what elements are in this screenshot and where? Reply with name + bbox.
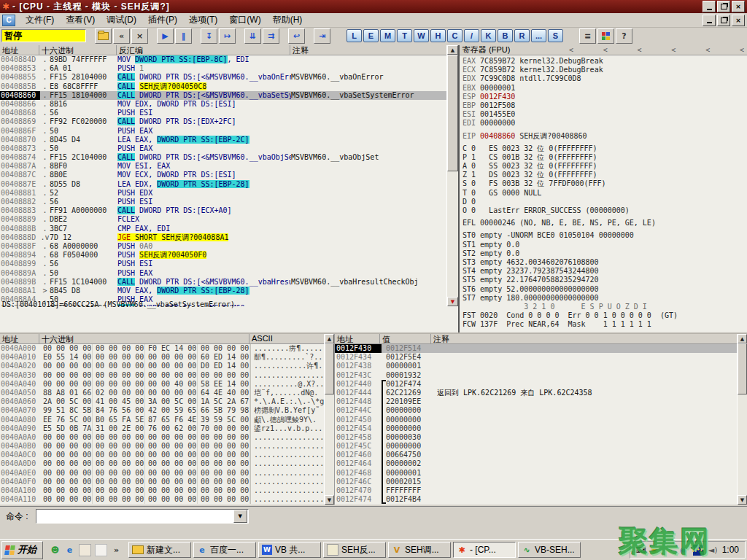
dump-row-0040A030[interactable]: 0040A03000 00 00 0000 00 00 0000 00 00 0… [0,371,324,380]
taskbar-button-1[interactable]: e百度一... [193,542,256,558]
register-line-15[interactable]: S 0 FS 003B 32 位 7FFDF000(FFF) [460,179,747,188]
run-to-user-button[interactable]: ⇥ [314,28,330,44]
disasm-row-00408868[interactable]: 00408868.56PUSH ESI [0,109,446,117]
register-line-3[interactable]: EBX 00000001 [460,84,747,93]
disasm-row-00408869[interactable]: 00408869.FF92 FC020000CALL DWORD PTR DS:… [0,117,446,126]
disasm-row-00408874[interactable]: 00408874.FF15 2C104000CALL DWORD PTR DS:… [0,153,446,162]
register-line-13[interactable]: A 0 SS 0023 32 位 0(FFFFFFFF) [460,162,747,171]
dump-col-ascii[interactable]: ASCII [249,334,334,343]
register-line-7[interactable]: EDI 00000000 [460,119,747,128]
chevron-left-icon[interactable]: < [740,46,744,54]
stack-col-value[interactable]: 值 [380,334,431,343]
disasm-row-0040889A[interactable]: 0040889A.50PUSH EAX [0,269,446,278]
dump-row-0040A080[interactable]: 0040A080EE 76 5C 00B0 65 FA 5E87 65 F6 4… [0,416,324,424]
pause-button[interactable]: ‖ [175,28,192,44]
register-line-22[interactable]: ST0 empty -UNORM BCE0 01050104 00000000 [460,231,747,240]
disasm-row-00408855[interactable]: 00408855.FF15 28104000CALL DWORD PTR DS:… [0,73,446,82]
disassembly-scrollbar[interactable]: ▲ ▼ [446,45,458,306]
register-line-23[interactable]: ST1 empty 0.0 [460,241,747,249]
chevron-left-icon[interactable]: < [569,46,573,54]
stack-row-0012F434[interactable]: 0012F4340012F5E4 [335,353,737,362]
stack-row-0012F454[interactable]: 0012F45400000000 [335,424,737,433]
start-button[interactable]: 开始 [1,541,43,559]
menu-item-0[interactable]: 文件(F) [20,12,60,28]
chevron-more-icon[interactable]: » [111,545,122,556]
register-line-0[interactable]: EAX 7C859B72 kernel32.DebugBreak [460,57,747,66]
register-line-20[interactable]: EFL 00000246 (NO, NB, E, BE, NS, PE, GE,… [460,219,747,228]
disasm-row-00408883[interactable]: 00408883.FF91 A0000000CALL DWORD PTR DS:… [0,206,446,215]
window-button-...[interactable]: ... [531,29,546,42]
window-button-K[interactable]: K [481,29,496,42]
disasm-row-0040887C[interactable]: 0040887C.8B0EMOV ECX, DWORD PTR DS:[ESI] [0,171,446,179]
disasm-row-00408894[interactable]: 00408894.68 F0504000PUSH SEH反调?004050F0 [0,251,446,260]
stack-row-0012F448[interactable]: 0012F448220109EE [335,397,737,406]
mdi-minimize-button[interactable] [703,15,716,26]
window-button-/[interactable]: / [464,29,479,42]
stack-scroll-thumb[interactable] [738,343,747,394]
dump-row-0040A020[interactable]: 0040A02000 00 00 0000 00 00 0000 00 00 0… [0,362,324,370]
close-button[interactable]: × [732,1,745,12]
col-hex[interactable]: 十六进制 [39,45,117,55]
chevron-left-icon[interactable]: < [603,46,608,54]
internet-explorer-icon[interactable]: e [64,545,75,556]
register-line-30[interactable]: 3 2 1 0 E S P U O Z D I [460,303,747,311]
window-button-B[interactable]: B [498,29,513,42]
scroll-down-arrow-icon[interactable]: ▼ [447,297,458,306]
stack-row-0012F464[interactable]: 0012F46400000002 [335,459,737,468]
dump-row-0040A050[interactable]: 0040A05088 A8 01 6602 00 00 0000 00 00 0… [0,389,324,397]
animate-into-button[interactable]: ⇊ [244,28,261,44]
disasm-row-0040886F[interactable]: 0040886F.50PUSH EAX [0,127,446,136]
show-desktop-icon[interactable] [79,544,91,556]
menu-item-3[interactable]: 插件(P) [142,12,183,28]
window-button-S[interactable]: S [548,29,563,42]
window-button-H[interactable]: H [430,29,446,42]
disasm-row-00408873[interactable]: 00408873.50PUSH EAX [0,144,446,153]
taskbar-button-6[interactable]: ∿VB-SEH... [518,542,581,558]
scroll-up-arrow-icon[interactable]: ▲ [447,45,458,55]
register-line-31[interactable]: FST 0020 Cond 0 0 0 0 Err 0 0 1 0 0 0 0 … [460,311,747,320]
register-line-18[interactable]: O 0 LastErr ERROR_SUCCESS (00000000) [460,206,747,215]
taskbar-button-3[interactable]: SEH反... [323,542,386,558]
register-line-4[interactable]: ESP 0012F430 [460,93,747,101]
cpu-window-icon[interactable]: C [2,15,15,26]
disasm-row-0040889B[interactable]: 0040889B.FF15 1C104000CALL DWORD PTR DS:… [0,278,446,287]
register-line-12[interactable]: P 1 CS 001B 32 位 0(FFFFFFFF) [460,153,747,162]
disasm-row-0040888F[interactable]: 0040888F.68 A0000000PUSH 0A0 [0,242,446,251]
register-line-26[interactable]: ST4 empty 23237.792387543244800 [460,267,747,276]
taskbar-button-0[interactable]: 新建文... [128,542,191,558]
dump-row-0040A000[interactable]: 0040A00000 00 00 0000 00 00 00F0 EC 14 0… [0,344,324,353]
register-history-chevrons[interactable]: <<<<<< [569,46,744,54]
window-button-L[interactable]: L [347,29,362,42]
chevron-left-icon[interactable]: < [638,46,642,54]
restart-button[interactable]: « [113,28,130,44]
stack-row-0012F460[interactable]: 0012F46000664750 [335,451,737,459]
dropdown-arrow-icon[interactable]: ▼ [233,510,247,523]
stack-row-0012F458[interactable]: 0012F45800000030 [335,433,737,442]
disasm-row-0040888B[interactable]: 0040888B.3BC7CMP EAX, EDI [0,225,446,233]
window-button-C[interactable]: C [447,29,462,42]
disasm-row-00408881[interactable]: 00408881.52PUSH EDX [0,189,446,198]
col-comment[interactable]: 注释 [290,45,458,55]
disasm-row-004088A1[interactable]: 004088A1>8B45 D8MOV EAX, DWORD PTR SS:[E… [0,287,446,295]
taskbar-button-4[interactable]: VSEH调... [388,542,451,558]
stack-scrollbar[interactable]: ▲ ▼ [737,334,747,505]
open-file-button[interactable] [95,28,112,44]
dump-row-0040A040[interactable]: 0040A04000 00 00 0000 00 00 0000 00 40 0… [0,380,324,389]
col-disasm[interactable]: 反汇编 [117,45,290,55]
stack-row-0012F430[interactable]: 0012F4300012F514 [335,344,737,353]
command-input[interactable]: ▼ [36,509,249,524]
step-over-button[interactable]: ↦ [219,28,236,44]
register-line-24[interactable]: ST2 empty 0.0 [460,249,747,258]
register-line-27[interactable]: ST5 empty 22.176470588235294720 [460,276,747,284]
dump-row-0040A0C0[interactable]: 0040A0C000 00 00 0000 00 00 0000 00 00 0… [0,451,324,459]
register-line-32[interactable]: FCW 137F Prec NEAR,64 Mask 1 1 1 1 1 1 [460,320,747,329]
dump-scroll-down-icon[interactable]: ▼ [325,495,334,505]
restore-button[interactable] [717,1,730,12]
stack-scroll-down-icon[interactable]: ▼ [738,495,747,505]
dump-row-0040A070[interactable]: 0040A07099 51 8C 5B84 76 56 0042 00 59 6… [0,406,324,415]
register-line-11[interactable]: C 0 ES 0023 32 位 0(FFFFFFFF) [460,144,747,153]
run-button[interactable]: ▶ [157,28,174,44]
register-line-2[interactable]: EDX 7C99C0D8 ntdll.7C99C0D8 [460,74,747,83]
col-address[interactable]: 地址 [0,45,39,55]
dump-row-0040A0D0[interactable]: 0040A0D000 00 00 0000 00 00 0000 00 00 0… [0,459,324,468]
